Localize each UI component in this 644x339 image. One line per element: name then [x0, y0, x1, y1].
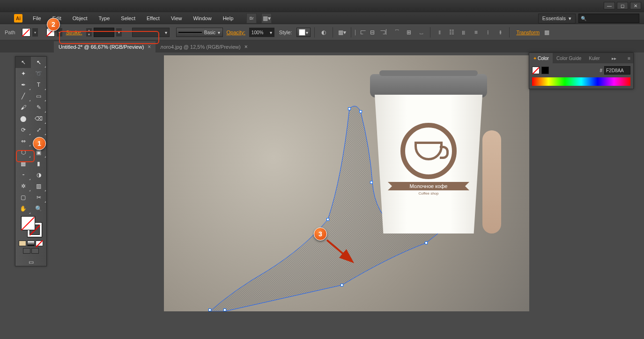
anchor-point[interactable] — [425, 241, 428, 244]
anchor-point[interactable] — [348, 107, 351, 110]
panel-menu-icon[interactable]: ≡ — [625, 56, 633, 61]
menu-effect[interactable]: Effect — [142, 13, 164, 23]
align-hcenter-icon[interactable]: ⊟ — [367, 27, 378, 38]
anchor-point[interactable] — [341, 284, 343, 286]
distribute-h-icon[interactable]: ⫴ — [434, 27, 444, 38]
menu-help[interactable]: Help — [218, 13, 238, 23]
align-right-icon[interactable]: ⫎⎸ — [379, 27, 390, 38]
maximize-button[interactable]: ◻ — [617, 2, 628, 9]
bridge-icon[interactable]: Br — [246, 13, 257, 23]
arrange-documents-icon[interactable]: ▦▾ — [261, 13, 272, 23]
align-left-icon[interactable]: ⎸⫍ — [355, 27, 365, 38]
graphic-style[interactable]: ▾ — [296, 28, 311, 37]
distribute-top-icon[interactable]: ⫶ — [483, 27, 493, 38]
distribute-vspacing-icon[interactable]: ≡ — [471, 27, 481, 38]
anchor-point[interactable] — [208, 309, 211, 311]
menu-window[interactable]: Window — [189, 13, 216, 23]
stroke-weight-up[interactable]: ▴ — [86, 28, 92, 32]
distribute-v-icon[interactable]: ☷ — [446, 27, 457, 38]
menu-file[interactable]: File — [28, 13, 46, 23]
opacity-label-link[interactable]: Opacity: — [227, 30, 245, 35]
document-tab-inactive[interactable]: лого4.jpg @ 12,5% (RGB/Preview) × — [155, 41, 252, 53]
close-button[interactable]: ✕ — [630, 2, 641, 9]
align-panel-icon[interactable]: ▦▾ — [337, 27, 347, 38]
fill-swatch[interactable] — [22, 28, 30, 37]
fill-stroke-indicator[interactable] — [17, 216, 44, 238]
pencil-tool[interactable]: ✎ — [31, 102, 46, 113]
gradient-tool[interactable]: ▮ — [31, 158, 46, 169]
stroke-weight-dropdown[interactable]: ▾ — [116, 28, 122, 37]
column-graph-tool[interactable]: ▥ — [31, 181, 46, 192]
distribute-bottom-icon[interactable]: ⫵ — [495, 27, 505, 38]
rotate-tool[interactable]: ⟳ — [15, 124, 31, 136]
recolor-artwork-icon[interactable]: ◐ — [318, 27, 329, 38]
align-vcenter-icon[interactable]: ⊞ — [404, 27, 414, 38]
tab-close-icon[interactable]: × — [244, 44, 248, 50]
rectangle-tool[interactable]: ▭ — [31, 90, 46, 102]
search-input[interactable]: 🔍 — [578, 14, 639, 23]
tab-close-icon[interactable]: × — [148, 44, 151, 50]
line-tool[interactable]: ╱ — [15, 90, 31, 102]
magic-wand-tool[interactable]: ✦ — [15, 68, 31, 79]
workspace-switcher[interactable]: Essentials ▾ — [538, 14, 576, 23]
scale-tool[interactable]: ⤢ — [31, 124, 46, 136]
type-tool[interactable]: T — [31, 79, 46, 90]
artboard-tool[interactable]: ▢ — [15, 192, 31, 203]
panel-tab-kuler[interactable]: Kuler — [585, 53, 603, 63]
panel-tab-color[interactable]: ✦Color — [529, 53, 553, 63]
align-bottom-icon[interactable]: ⎵ — [416, 27, 426, 38]
hex-input[interactable] — [604, 66, 630, 75]
hand-tool[interactable]: ✋ — [15, 203, 31, 214]
menu-type[interactable]: Type — [94, 13, 115, 23]
minimize-button[interactable]: — — [604, 2, 615, 9]
shape-builder-tool[interactable]: ⬡ — [15, 147, 31, 158]
eyedropper-tool[interactable]: ⁃ — [15, 169, 31, 181]
panel-tab-color-guide[interactable]: Color Guide — [553, 53, 585, 63]
blend-tool[interactable]: ◑ — [31, 169, 46, 181]
stroke-weight-down[interactable]: ▾ — [86, 32, 92, 37]
menu-object[interactable]: Object — [68, 13, 92, 23]
mesh-tool[interactable]: ▦ — [15, 158, 31, 169]
opacity-input[interactable]: 100%▾ — [249, 28, 274, 37]
blob-brush-tool[interactable]: ⬤ — [15, 113, 31, 124]
pen-tool[interactable]: ✒ — [15, 79, 31, 90]
slice-tool[interactable]: ✂ — [31, 192, 46, 203]
anchor-point[interactable] — [223, 309, 226, 311]
eraser-tool[interactable]: ⌫ — [31, 113, 46, 124]
transform-panel-icon[interactable]: ▦ — [541, 27, 552, 38]
symbol-sprayer-tool[interactable]: ✲ — [15, 181, 31, 192]
fill-indicator[interactable] — [21, 216, 35, 230]
anchor-point[interactable] — [359, 110, 362, 113]
transform-link[interactable]: Transform — [516, 30, 540, 35]
stroke-weight-input[interactable] — [94, 28, 114, 37]
draw-normal-icon[interactable] — [23, 248, 30, 254]
lasso-tool[interactable]: ➰ — [31, 68, 46, 79]
variable-width-profile[interactable]: ▾ — [132, 28, 170, 37]
menu-select[interactable]: Select — [116, 13, 140, 23]
artboard[interactable]: Молочное кофе Coffee shop — [164, 55, 529, 311]
title-bar: — ◻ ✕ — [0, 0, 644, 12]
panel-stroke-swatch[interactable] — [541, 67, 549, 74]
panel-fill-swatch[interactable] — [532, 67, 540, 74]
distribute-hspacing-icon[interactable]: ⫼ — [459, 27, 469, 38]
brush-definition[interactable]: Basic ▾ — [176, 28, 223, 37]
draw-behind-icon[interactable] — [31, 248, 39, 254]
stroke-label-link[interactable]: Stroke: — [66, 30, 82, 35]
color-spectrum[interactable] — [532, 77, 630, 86]
panel-collapse-icon[interactable]: ▸▸ — [609, 56, 619, 61]
color-mode-solid[interactable] — [19, 241, 26, 246]
hex-prefix: # — [600, 68, 602, 73]
align-top-icon[interactable]: ⎴ — [392, 27, 402, 38]
color-mode-none[interactable] — [36, 241, 43, 246]
direct-selection-tool[interactable]: ↖ — [31, 57, 46, 68]
document-tab-active[interactable]: Untitled-2* @ 66,67% (RGB/Preview) × — [54, 41, 155, 53]
screen-mode-icon[interactable]: ▭ — [24, 256, 38, 268]
menu-view[interactable]: View — [166, 13, 187, 23]
width-tool[interactable]: ⇔ — [15, 136, 31, 147]
paintbrush-tool[interactable]: 🖌 — [15, 102, 31, 113]
anchor-point[interactable] — [326, 218, 329, 221]
zoom-tool[interactable]: 🔍 — [31, 203, 46, 214]
selection-tool[interactable]: ↖ — [15, 57, 31, 68]
color-mode-gradient[interactable] — [27, 241, 35, 246]
fill-dropdown[interactable]: ▾ — [32, 28, 38, 37]
